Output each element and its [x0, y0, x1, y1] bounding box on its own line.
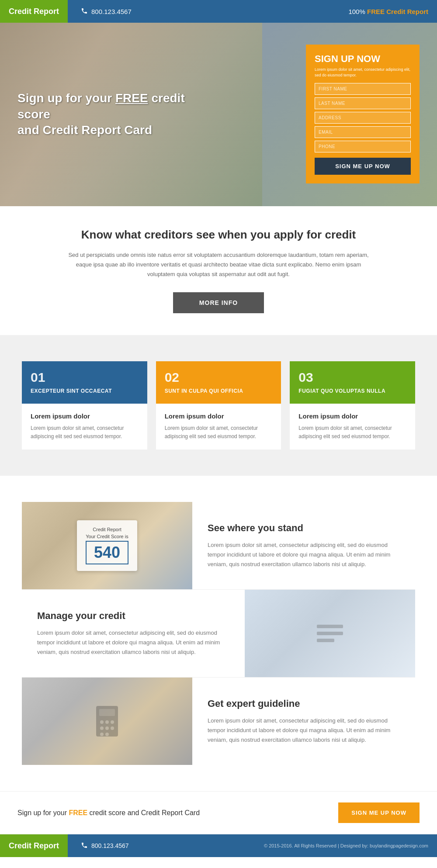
- feature-img-2: [245, 590, 415, 677]
- svg-point-8: [100, 726, 104, 730]
- svg-point-5: [100, 720, 104, 724]
- credit-score-card: Credit Report Your Credit Score is 540: [77, 520, 137, 571]
- cta-text: Sign up for your FREE credit score and C…: [17, 809, 200, 817]
- card-3: 03 FUGIAT QUO VOLUPTAS NULLA Lorem ipsum…: [290, 361, 415, 450]
- phone-input[interactable]: [315, 141, 411, 152]
- card-2: 02 SUNT IN CULPA QUI OFFICIA Lorem ipsum…: [156, 361, 281, 450]
- card-3-body: Lorem ipsum dolor Lorem ipsum dolor sit …: [290, 404, 415, 450]
- hero-signup-button[interactable]: SIGN ME UP NOW: [315, 158, 411, 175]
- feature-img-2-overlay: [245, 590, 415, 677]
- svg-rect-4: [99, 709, 115, 716]
- footer-phone: 800.123.4567: [81, 842, 129, 850]
- feature-img-1: Credit Report Your Credit Score is 540: [22, 502, 192, 589]
- card-1-body: Lorem ipsum dolor Lorem ipsum dolor sit …: [22, 404, 147, 450]
- section-know: Know what creditors see when you apply f…: [0, 206, 437, 335]
- phone-number: 800.123.4567: [91, 8, 132, 15]
- card-3-title: FUGIAT QUO VOLUPTAS NULLA: [298, 387, 406, 395]
- svg-point-12: [105, 733, 109, 736]
- hero-text: Sign up for your FREE credit scoreand Cr…: [0, 90, 218, 138]
- svg-point-7: [111, 720, 114, 724]
- card-2-header: 02 SUNT IN CULPA QUI OFFICIA: [156, 361, 281, 404]
- card-1-number: 01: [31, 370, 139, 385]
- hero-headline: Sign up for your FREE credit scoreand Cr…: [17, 90, 218, 138]
- feature-row-2: Manage your credit Lorem ipsum dolor sit…: [22, 590, 415, 677]
- email-input[interactable]: [315, 126, 411, 138]
- more-info-button[interactable]: MORE INFO: [173, 292, 264, 313]
- credit-score-sub-label: Your Credit Score is: [86, 534, 128, 539]
- header-logo: Credit Report: [0, 0, 68, 23]
- svg-point-10: [111, 726, 114, 730]
- cta-signup-button[interactable]: SIGN ME UP NOW: [338, 802, 420, 823]
- know-heading: Know what creditors see when you apply f…: [44, 228, 393, 242]
- address-input[interactable]: [315, 112, 411, 124]
- card-3-header: 03 FUGIAT QUO VOLUPTAS NULLA: [290, 361, 415, 404]
- feature-img-3: [22, 678, 192, 765]
- feature-1-body: Lorem ipsum dolor sit amet, consectetur …: [208, 540, 400, 569]
- hero-free-word: FREE: [115, 91, 148, 105]
- feature-3-body: Lorem ipsum dolor sit amet, consectetur …: [208, 716, 400, 745]
- header-credit-report: Credit Report: [386, 8, 428, 15]
- know-body: Sed ut perspiciatis unde omnis iste natu…: [66, 250, 371, 279]
- hero-signup-form: SIGN UP NOW Lorem ipsum dolor sit amet, …: [306, 45, 420, 183]
- footer-logo: Credit Report: [0, 834, 68, 857]
- form-subtitle: Lorem ipsum dolor sit amet, consectetur …: [315, 67, 411, 78]
- footer-copyright: © 2015-2016. All Rights Reserved | Desig…: [264, 843, 428, 848]
- feature-img-1-overlay: Credit Report Your Credit Score is 540: [22, 502, 192, 589]
- feature-2-body: Lorem ipsum dolor sit amet, consectetur …: [37, 628, 229, 657]
- svg-point-6: [105, 720, 109, 724]
- feature-img-3-overlay: [22, 678, 192, 765]
- footer-phone-icon: [81, 842, 88, 850]
- feature-row-1: Credit Report Your Credit Score is 540 S…: [22, 502, 415, 589]
- form-title: SIGN UP NOW: [315, 53, 411, 65]
- svg-rect-0: [317, 625, 343, 628]
- footer: Credit Report 800.123.4567 © 2015-2016. …: [0, 834, 437, 857]
- last-name-input[interactable]: [315, 97, 411, 109]
- card-3-body-heading: Lorem ipsum dolor: [298, 412, 406, 420]
- card-1-body-text: Lorem ipsum dolor sit amet, consectetur …: [31, 424, 139, 441]
- card-1-header: 01 EXCEPTEUR SINT OCCAECAT: [22, 361, 147, 404]
- header-phone: 800.123.4567: [81, 7, 132, 16]
- feature-content-3: Get expert guideline Lorem ipsum dolor s…: [192, 678, 415, 765]
- card-3-body-text: Lorem ipsum dolor sit amet, consectetur …: [298, 424, 406, 441]
- card-2-body-heading: Lorem ipsum dolor: [165, 412, 273, 420]
- section-cta: Sign up for your FREE credit score and C…: [0, 791, 437, 834]
- card-2-body-text: Lorem ipsum dolor sit amet, consectetur …: [165, 424, 273, 441]
- feature-3-heading: Get expert guideline: [208, 698, 400, 709]
- feature-content-2: Manage your credit Lorem ipsum dolor sit…: [22, 590, 245, 677]
- feature-1-heading: See where you stand: [208, 522, 400, 534]
- section-features: Credit Report Your Credit Score is 540 S…: [0, 476, 437, 791]
- first-name-input[interactable]: [315, 83, 411, 95]
- header-free-label: 100% FREE Credit Report: [348, 8, 428, 15]
- phone-icon: [81, 7, 88, 16]
- features-inner: Credit Report Your Credit Score is 540 S…: [22, 502, 415, 765]
- cards-grid: 01 EXCEPTEUR SINT OCCAECAT Lorem ipsum d…: [22, 361, 415, 450]
- footer-phone-number: 800.123.4567: [91, 842, 129, 849]
- feature-row-3: Get expert guideline Lorem ipsum dolor s…: [22, 678, 415, 765]
- svg-rect-2: [317, 639, 334, 642]
- feature-content-1: See where you stand Lorem ipsum dolor si…: [192, 502, 415, 589]
- credit-report-label: Credit Report: [86, 527, 128, 532]
- svg-point-11: [100, 733, 104, 736]
- header: Credit Report 800.123.4567 100% FREE Cre…: [0, 0, 437, 23]
- credit-score-value: 540: [86, 541, 128, 564]
- card-1-title: EXCEPTEUR SINT OCCAECAT: [31, 387, 139, 395]
- card-1: 01 EXCEPTEUR SINT OCCAECAT Lorem ipsum d…: [22, 361, 147, 450]
- svg-point-9: [105, 726, 109, 730]
- card-3-number: 03: [298, 370, 406, 385]
- card-2-body: Lorem ipsum dolor Lorem ipsum dolor sit …: [156, 404, 281, 450]
- card-1-body-heading: Lorem ipsum dolor: [31, 412, 139, 420]
- section-cards: 01 EXCEPTEUR SINT OCCAECAT Lorem ipsum d…: [0, 335, 437, 476]
- header-free-word: FREE: [367, 8, 385, 15]
- feature-2-heading: Manage your credit: [37, 610, 229, 622]
- cta-free-word: FREE: [69, 809, 87, 816]
- svg-rect-1: [317, 632, 343, 635]
- card-2-title: SUNT IN CULPA QUI OFFICIA: [165, 387, 273, 395]
- hero-section: Sign up for your FREE credit scoreand Cr…: [0, 23, 437, 206]
- card-2-number: 02: [165, 370, 273, 385]
